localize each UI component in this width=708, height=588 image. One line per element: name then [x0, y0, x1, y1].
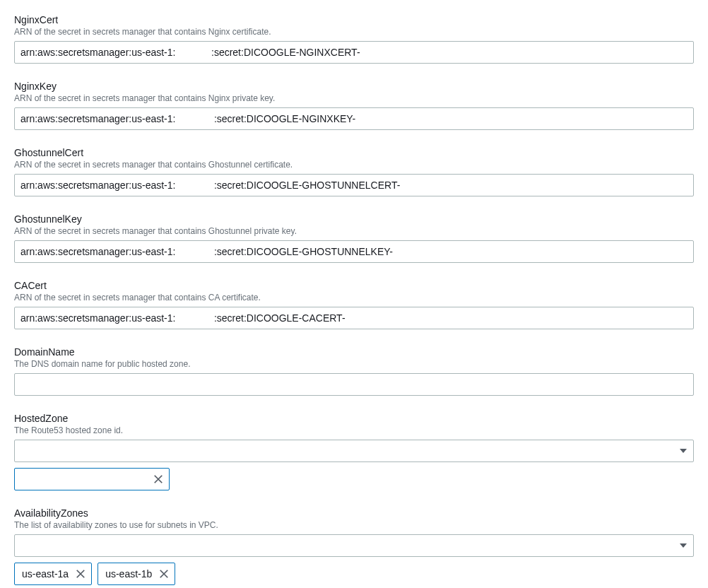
- label-nginxcert: NginxCert: [14, 14, 694, 25]
- field-hostedzone: HostedZone The Route53 hosted zone id.: [14, 413, 694, 490]
- description-nginxcert: ARN of the secret in secrets manager tha…: [14, 27, 694, 37]
- hostedzone-tag[interactable]: [14, 468, 170, 490]
- close-icon[interactable]: [158, 568, 170, 580]
- label-hostedzone: HostedZone: [14, 413, 694, 424]
- select-availabilityzones[interactable]: [14, 534, 694, 557]
- close-icon[interactable]: [152, 473, 165, 486]
- label-availabilityzones: AvailabilityZones: [14, 507, 694, 519]
- hostedzone-tags: [14, 468, 694, 490]
- field-nginxkey: NginxKey ARN of the secret in secrets ma…: [14, 81, 694, 130]
- input-domainname[interactable]: [14, 373, 694, 396]
- field-ghostunnelcert: GhostunnelCert ARN of the secret in secr…: [14, 147, 694, 196]
- description-domainname: The DNS domain name for public hosted zo…: [14, 359, 694, 369]
- input-cacert[interactable]: [14, 307, 694, 329]
- label-domainname: DomainName: [14, 346, 694, 358]
- input-ghostunnelcert[interactable]: [14, 174, 694, 196]
- field-availabilityzones: AvailabilityZones The list of availabili…: [14, 507, 694, 585]
- select-wrapper-hostedzone: [14, 440, 694, 462]
- close-icon[interactable]: [74, 568, 87, 580]
- select-wrapper-availabilityzones: [14, 534, 694, 557]
- label-ghostunnelkey: GhostunnelKey: [14, 213, 694, 225]
- select-hostedzone[interactable]: [14, 440, 694, 462]
- field-cacert: CACert ARN of the secret in secrets mana…: [14, 280, 694, 329]
- label-nginxkey: NginxKey: [14, 81, 694, 92]
- input-nginxkey[interactable]: [14, 107, 694, 130]
- field-ghostunnelkey: GhostunnelKey ARN of the secret in secre…: [14, 213, 694, 263]
- description-hostedzone: The Route53 hosted zone id.: [14, 425, 694, 435]
- field-domainname: DomainName The DNS domain name for publi…: [14, 346, 694, 396]
- description-cacert: ARN of the secret in secrets manager tha…: [14, 293, 694, 302]
- input-nginxcert[interactable]: [14, 41, 694, 64]
- description-ghostunnelcert: ARN of the secret in secrets manager tha…: [14, 160, 694, 170]
- description-availabilityzones: The list of availability zones to use fo…: [14, 520, 694, 530]
- field-nginxcert: NginxCert ARN of the secret in secrets m…: [14, 14, 694, 64]
- az-tag-label: us-east-1b: [105, 568, 152, 580]
- description-nginxkey: ARN of the secret in secrets manager tha…: [14, 93, 694, 103]
- label-cacert: CACert: [14, 280, 694, 291]
- description-ghostunnelkey: ARN of the secret in secrets manager tha…: [14, 226, 694, 236]
- az-tag-label: us-east-1a: [22, 568, 69, 580]
- az-tag[interactable]: us-east-1b: [98, 563, 175, 585]
- az-tag[interactable]: us-east-1a: [14, 563, 92, 585]
- input-ghostunnelkey[interactable]: [14, 240, 694, 263]
- availabilityzones-tags: us-east-1a us-east-1b: [14, 563, 694, 585]
- label-ghostunnelcert: GhostunnelCert: [14, 147, 694, 158]
